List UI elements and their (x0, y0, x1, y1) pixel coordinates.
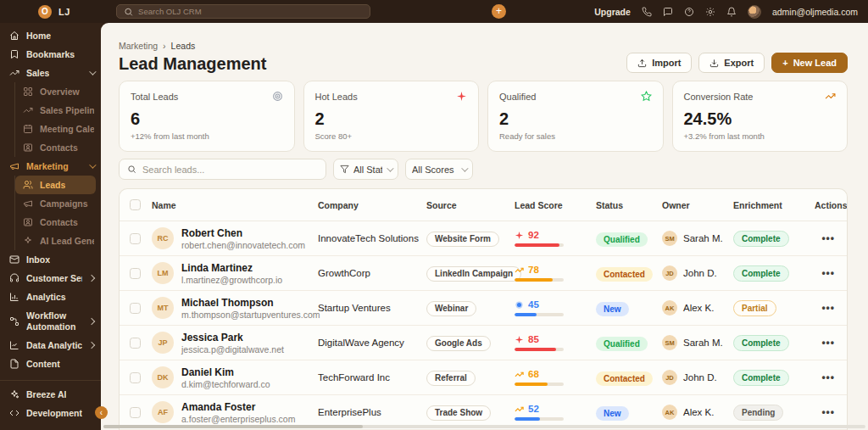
leads-search-input[interactable] (142, 165, 318, 175)
sidebar-item-contacts-marketing[interactable]: Contacts (15, 213, 101, 232)
sidebar-item-development[interactable]: Development (0, 404, 101, 422)
status-badge: Qualified (596, 232, 648, 247)
sidebar-item-data-analytics[interactable]: Data Analytics (0, 336, 101, 355)
sidebar-collapse-button[interactable]: ‹ (95, 406, 108, 419)
row-actions-button[interactable]: ••• (821, 267, 837, 279)
bell-icon[interactable] (726, 7, 737, 17)
phone-icon[interactable] (642, 7, 652, 17)
sidebar-item-sales-pipeline[interactable]: Sales Pipeline (15, 101, 101, 120)
avatar: JP (152, 332, 174, 354)
row-actions-button[interactable]: ••• (821, 371, 837, 383)
sidebar-item-inbox[interactable]: Inbox (0, 250, 101, 269)
row-actions-button[interactable]: ••• (821, 406, 837, 418)
sidebar-item-breeze-ai[interactable]: Breeze AI (0, 385, 101, 404)
owner-avatar: SM (662, 335, 677, 350)
sidebar-label: Contacts (40, 142, 78, 153)
user-avatar[interactable] (748, 5, 761, 19)
sidebar-item-analytics[interactable]: Analytics (0, 288, 101, 306)
header-enrichment: Enrichment (733, 200, 815, 210)
trending-up-icon (515, 370, 524, 379)
lead-name[interactable]: Jessica Park (181, 332, 284, 343)
row-checkbox[interactable] (130, 338, 141, 349)
settings-icon[interactable] (705, 7, 715, 17)
user-email[interactable]: admin@oljmedia.com (772, 7, 858, 17)
topbar: O LJ + Upgrade admin@oljmedia.com (0, 0, 868, 23)
avatar: DK (152, 366, 174, 388)
row-checkbox[interactable] (130, 233, 141, 244)
chevron-right-icon (88, 342, 95, 349)
sidebar-item-customer-service[interactable]: Customer Service (0, 269, 101, 288)
owner-avatar: JD (662, 265, 677, 281)
row-checkbox[interactable] (130, 268, 141, 279)
enrichment-badge: Pending (733, 405, 783, 421)
app-logo[interactable]: O (38, 5, 52, 19)
row-checkbox[interactable] (130, 407, 141, 418)
lead-name[interactable]: Linda Martinez (181, 262, 282, 274)
owner-avatar: AK (662, 405, 677, 420)
brand-name: LJ (58, 7, 70, 17)
sidebar-item-overview[interactable]: Overview (15, 82, 101, 101)
table-row[interactable]: DK Daniel Kim d.kim@techforward.co TechF… (120, 360, 847, 395)
workflow-icon (9, 316, 19, 327)
page-title: Lead Management (119, 54, 266, 73)
row-checkbox[interactable] (130, 303, 141, 314)
lead-email: jessica.p@digitalwave.net (181, 344, 284, 355)
sidebar-item-home[interactable]: Home (0, 26, 101, 45)
trending-up-icon (825, 91, 836, 102)
table-row[interactable]: RC Robert Chen robert.chen@innovatetech.… (120, 221, 847, 256)
sidebar-item-sales[interactable]: Sales (0, 64, 101, 82)
sidebar-item-workflow-automation[interactable]: Workflow Automation (0, 306, 101, 336)
breadcrumb: Marketing › Leads (119, 40, 266, 51)
row-actions-button[interactable]: ••• (821, 232, 837, 244)
horizontal-scrollbar[interactable] (103, 425, 865, 428)
sidebar-item-marketing[interactable]: Marketing (0, 157, 101, 176)
row-actions-button[interactable]: ••• (821, 302, 837, 314)
source-badge: Google Ads (426, 336, 491, 351)
sparkle-icon (9, 389, 19, 399)
status-filter-dropdown[interactable]: All Status (333, 159, 398, 180)
upgrade-link[interactable]: Upgrade (594, 7, 631, 17)
company: InnovateTech Solutions (318, 233, 426, 243)
users-icon (23, 180, 33, 190)
sidebar-item-content[interactable]: Content (0, 355, 101, 373)
new-lead-button[interactable]: + New Lead (771, 53, 848, 73)
global-search[interactable] (116, 4, 370, 19)
lead-name[interactable]: Michael Thompson (181, 297, 320, 309)
export-button[interactable]: Export (698, 53, 765, 73)
leads-search[interactable] (119, 159, 326, 180)
sidebar-item-ai-lead-generation[interactable]: AI Lead Generation (15, 232, 101, 250)
sidebar-label: Data Analytics (26, 340, 82, 350)
sidebar-item-campaigns[interactable]: Campaigns (15, 194, 101, 213)
global-search-input[interactable] (138, 7, 363, 16)
scores-filter-dropdown[interactable]: All Scores (405, 159, 473, 180)
breadcrumb-marketing[interactable]: Marketing (119, 41, 158, 51)
code-icon (9, 408, 19, 418)
lead-name[interactable]: Amanda Foster (181, 401, 295, 413)
sidebar-label: Bookmarks (26, 49, 75, 59)
table-row[interactable]: LM Linda Martinez l.martinez@growthcorp.… (120, 256, 847, 291)
headphones-icon (9, 273, 19, 283)
quick-add-button[interactable]: + (492, 4, 506, 19)
select-all-checkbox[interactable] (130, 199, 141, 210)
sidebar-item-meeting-calendar[interactable]: Meeting Calendar (15, 120, 101, 138)
chat-icon[interactable] (663, 7, 673, 17)
filter-bar: All Status All Scores (119, 159, 848, 180)
breadcrumb-leads[interactable]: Leads (171, 41, 196, 51)
lead-name[interactable]: Robert Chen (181, 227, 305, 239)
sidebar-item-leads[interactable]: Leads (15, 176, 96, 194)
import-button[interactable]: Import (626, 53, 692, 73)
help-icon[interactable] (684, 7, 694, 17)
scrollbar-thumb[interactable] (103, 425, 363, 428)
table-row[interactable]: MT Michael Thompson m.thompson@startupve… (120, 291, 847, 326)
lead-name[interactable]: Daniel Kim (181, 366, 270, 378)
row-checkbox[interactable] (130, 372, 141, 383)
target-icon (272, 91, 283, 102)
sidebar-item-bookmarks[interactable]: Bookmarks (0, 45, 101, 64)
status-filter-label: All Status (353, 165, 382, 175)
sidebar-item-contacts[interactable]: Contacts (15, 138, 101, 157)
line-chart-icon (9, 340, 19, 350)
row-actions-button[interactable]: ••• (821, 337, 837, 349)
table-row[interactable]: JP Jessica Park jessica.p@digitalwave.ne… (120, 326, 847, 360)
table-header: Name Company Source Lead Score Status Ow… (120, 189, 847, 221)
status-badge: Contacted (596, 371, 653, 386)
